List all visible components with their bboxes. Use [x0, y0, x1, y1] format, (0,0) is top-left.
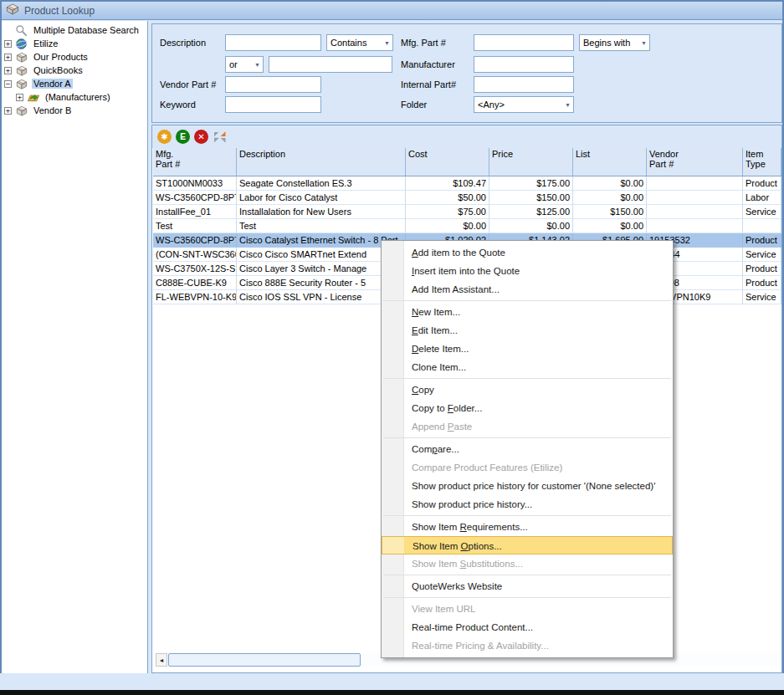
table-row[interactable]: ST1000NM0033Seagate Constellation ES.3$1…: [153, 176, 781, 191]
expander-plus-icon[interactable]: +: [4, 107, 12, 115]
expander-plus-icon[interactable]: +: [4, 67, 12, 74]
table-cell: Service: [743, 205, 781, 219]
sidebar-item-quickbooks[interactable]: +QuickBooks: [2, 64, 147, 77]
table-cell: InstallFee_01: [153, 205, 237, 219]
table-cell: Product: [743, 233, 781, 248]
menu-item-insert-item-into-the-quote[interactable]: Insert item into the Quote: [382, 262, 673, 280]
column-header-list[interactable]: List: [573, 148, 647, 176]
table-cell: $0.00: [573, 219, 647, 233]
internal-part-input[interactable]: [474, 76, 574, 93]
menu-item-delete-item[interactable]: Delete Item...: [382, 340, 673, 358]
mfg-part-input[interactable]: [474, 34, 574, 51]
table-cell: [647, 219, 743, 233]
sidebar-item-our-products[interactable]: +Our Products: [2, 50, 147, 64]
manufacturer-input[interactable]: [474, 56, 574, 73]
sidebar-item-multiple-database-search[interactable]: Multiple Database Search: [2, 23, 147, 37]
table-cell: $0.00: [489, 219, 573, 233]
keyword-label: Keyword: [160, 100, 196, 110]
folder-combo[interactable]: <Any> ▼: [474, 96, 574, 113]
expander-minus-icon[interactable]: −: [4, 80, 12, 88]
chevron-down-icon: ▼: [384, 40, 390, 46]
menu-item-real-time-pricing-availability: Real-time Pricing & Availability...: [382, 636, 673, 655]
menu-item-edit-item[interactable]: Edit Item...: [382, 321, 673, 340]
menu-item-add-item-assistant[interactable]: Add Item Assistant...: [382, 280, 673, 299]
window-border-left: [0, 0, 2, 695]
bottom-strip: [0, 673, 784, 690]
table-cell: $150.00: [489, 191, 573, 205]
menu-item-show-item-requirements[interactable]: Show Item Requirements...: [382, 518, 673, 536]
internal-part-label: Internal Part#: [401, 79, 456, 89]
or-operator-combo[interactable]: or ▼: [225, 56, 264, 73]
menu-item-add-item-to-the-quote[interactable]: Add item to the Quote: [382, 243, 673, 262]
product-lookup-window: Product Lookup Multiple Database Search+…: [0, 0, 784, 695]
vendor-part-label: Vendor Part #: [160, 79, 216, 89]
sidebar-item-manufacturers[interactable]: +(Manufacturers): [2, 90, 147, 104]
sidebar-item-vendor-b[interactable]: +Vendor B: [2, 104, 147, 117]
table-row[interactable]: WS-C3560CPD-8PTLabor for Cisco Catalyst$…: [153, 191, 781, 205]
menu-item-show-item-substitutions: Show Item Substitutions...: [382, 554, 673, 573]
table-row[interactable]: InstallFee_01Installalation for New User…: [153, 205, 781, 219]
expander-plus-icon[interactable]: +: [4, 40, 12, 48]
column-header-description[interactable]: Description: [237, 148, 406, 176]
asterisk-button[interactable]: ✱: [157, 130, 172, 144]
manufacturers-icon: [27, 90, 41, 104]
table-cell: $0.00: [573, 191, 647, 205]
keyword-input[interactable]: [225, 96, 321, 113]
box-icon: [15, 50, 29, 64]
title-bar[interactable]: Product Lookup: [2, 2, 782, 20]
table-cell: $150.00: [573, 205, 647, 219]
expander-plus-icon[interactable]: +: [16, 94, 23, 101]
table-cell: ST1000NM0033: [153, 176, 237, 191]
table-cell: $125.00: [489, 205, 573, 219]
context-menu: Add item to the QuoteInsert item into th…: [381, 240, 674, 658]
window-title: Product Lookup: [24, 5, 95, 17]
menu-item-copy[interactable]: Copy: [382, 381, 673, 399]
column-header-vendor-part[interactable]: Vendor Part #: [647, 148, 743, 176]
mfg-part-label: Mfg. Part #: [401, 38, 446, 48]
description-match-value: Contains: [331, 38, 366, 48]
folder-value: <Any>: [478, 100, 505, 110]
menu-item-clone-item[interactable]: Clone Item...: [382, 358, 673, 376]
close-x-button[interactable]: ✕: [194, 130, 208, 144]
table-row[interactable]: TestTest$0.00$0.00$0.00: [153, 219, 781, 233]
etilize-e-button[interactable]: E: [176, 130, 190, 144]
folder-label: Folder: [401, 100, 427, 110]
column-header-price[interactable]: Price: [489, 148, 573, 176]
hscroll-thumb[interactable]: [168, 653, 361, 667]
vendor-part-input[interactable]: [225, 76, 321, 93]
column-header-item-type[interactable]: Item Type: [743, 148, 781, 176]
hscroll-left-button[interactable]: ◄: [156, 653, 167, 667]
box-icon: [15, 77, 29, 90]
menu-item-compare[interactable]: Compare...: [382, 440, 673, 458]
table-cell: $50.00: [406, 191, 489, 205]
manufacturer-label: Manufacturer: [401, 59, 455, 69]
table-cell: $0.00: [406, 219, 489, 233]
table-cell: WS-C3750X-12S-S: [153, 262, 237, 276]
menu-item-show-product-price-history-for-customer-none-selected[interactable]: Show product price history for customer …: [382, 477, 673, 495]
description-or-input[interactable]: [269, 56, 392, 73]
expander-spacer: [4, 27, 12, 34]
fit-columns-button[interactable]: [213, 130, 227, 144]
window-border-top: [0, 0, 784, 2]
description-match-combo[interactable]: Contains ▼: [326, 34, 393, 51]
menu-item-real-time-product-content[interactable]: Real-time Product Content...: [382, 618, 673, 636]
table-cell: Labor for Cisco Catalyst: [237, 191, 406, 205]
mfg-part-match-combo[interactable]: Begins with ▼: [579, 34, 650, 51]
sidebar-item-vendor-a[interactable]: −Vendor A: [2, 77, 147, 90]
table-cell: Labor: [743, 191, 781, 205]
table-cell: Seagate Constellation ES.3: [237, 176, 406, 191]
expander-plus-icon[interactable]: +: [4, 54, 12, 61]
sidebar-item-etilize[interactable]: +Etilize: [2, 37, 147, 50]
menu-item-new-item[interactable]: New Item...: [382, 303, 673, 321]
menu-item-copy-to-folder[interactable]: Copy to Folder...: [382, 399, 673, 417]
column-header-mfg-part[interactable]: Mfg. Part #: [153, 148, 237, 176]
menu-item-show-item-options[interactable]: Show Item Options...: [382, 536, 673, 554]
menu-item-quotewerks-website[interactable]: QuoteWerks Website: [382, 577, 673, 595]
table-cell: WS-C3560CPD-8PT: [153, 233, 237, 248]
table-cell: (CON-SNT-WSC360: [153, 248, 237, 262]
menu-item-show-product-price-history[interactable]: Show product price history...: [382, 495, 673, 514]
description-input[interactable]: [225, 34, 321, 51]
chevron-down-icon: ▼: [565, 102, 571, 108]
results-toolbar: ✱E✕: [152, 125, 781, 148]
column-header-cost[interactable]: Cost: [406, 148, 489, 176]
